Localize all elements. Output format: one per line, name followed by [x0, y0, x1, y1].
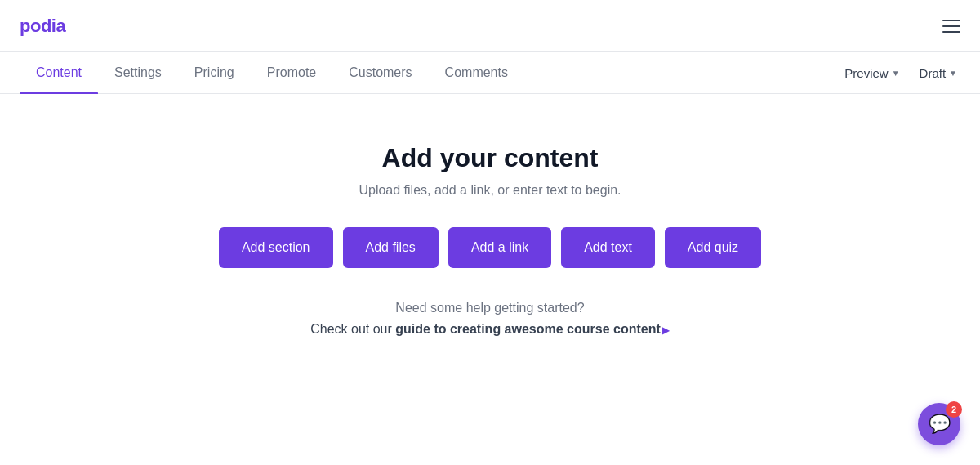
chat-badge: 2 [946, 401, 962, 418]
nav-tabs: Content Settings Pricing Promote Custome… [0, 52, 980, 94]
draft-chevron-icon: ▼ [949, 69, 957, 78]
tab-pricing[interactable]: Pricing [178, 52, 251, 93]
nav-tabs-right: Preview ▼ Draft ▼ [841, 60, 960, 87]
header: podia [0, 0, 980, 52]
preview-chevron-icon: ▼ [892, 69, 900, 78]
preview-button[interactable]: Preview ▼ [841, 60, 902, 87]
draft-button[interactable]: Draft ▼ [916, 60, 960, 87]
guide-prefix: Check out our [310, 322, 395, 336]
tab-content[interactable]: Content [20, 52, 98, 93]
action-buttons: Add section Add files Add a link Add tex… [219, 227, 761, 268]
chat-widget[interactable]: 💬 2 [918, 403, 960, 445]
page-subtitle: Upload files, add a link, or enter text … [359, 183, 621, 198]
add-link-button[interactable]: Add a link [448, 227, 551, 268]
add-quiz-button[interactable]: Add quiz [665, 227, 761, 268]
chat-icon: 💬 [929, 414, 951, 435]
guide-arrow-icon: ▶ [662, 324, 670, 336]
add-text-button[interactable]: Add text [561, 227, 655, 268]
tab-comments[interactable]: Comments [429, 52, 524, 93]
tab-promote[interactable]: Promote [251, 52, 332, 93]
guide-link[interactable]: guide to creating awesome course content [395, 322, 661, 336]
tab-settings[interactable]: Settings [98, 52, 178, 93]
hamburger-menu-icon[interactable] [942, 20, 960, 33]
logo[interactable]: podia [20, 16, 65, 37]
add-files-button[interactable]: Add files [343, 227, 439, 268]
guide-text: Check out our guide to creating awesome … [310, 322, 670, 337]
nav-tabs-left: Content Settings Pricing Promote Custome… [20, 52, 524, 93]
add-section-button[interactable]: Add section [219, 227, 333, 268]
tab-customers[interactable]: Customers [332, 52, 428, 93]
main-content: Add your content Upload files, add a lin… [0, 94, 980, 369]
page-title: Add your content [382, 143, 599, 173]
help-text: Need some help getting started? [395, 301, 584, 315]
